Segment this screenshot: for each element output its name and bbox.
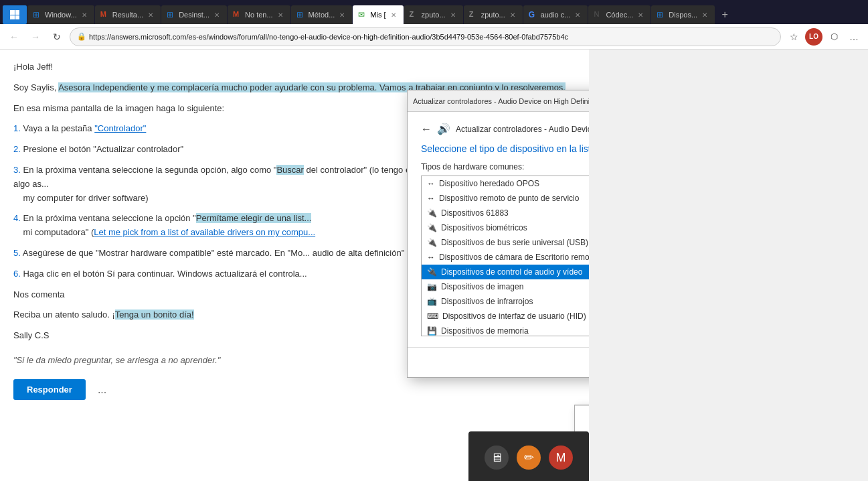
forward-button[interactable]: →	[27, 28, 44, 46]
back-button[interactable]: ←	[5, 28, 23, 46]
extensions-icon[interactable]: ⬡	[825, 28, 843, 46]
tab-close-notengo[interactable]: ✕	[276, 10, 285, 19]
device-label-3: Dispositivos biométricos	[441, 223, 527, 232]
device-item-6[interactable]: 🔌 Dispositivos de control de audio y víd…	[422, 265, 589, 279]
tab-dispos[interactable]: ⊞ Dispos... ✕	[651, 5, 715, 24]
step-1-text: Vaya a la pestaña "Controlador"	[23, 123, 146, 133]
tab-label-dispos: Dispos...	[669, 11, 697, 19]
windows-start-button[interactable]	[3, 5, 27, 24]
tab-close-zputo2[interactable]: ✕	[508, 10, 517, 19]
tab-favicon-misma: ✉	[358, 10, 367, 19]
tab-favicon-notengo: M	[233, 10, 242, 19]
tab-close-resulta[interactable]: ✕	[146, 10, 155, 19]
tab-label-resulta: Resulta...	[112, 11, 143, 19]
tab-metod[interactable]: ⊞ Métod... ✕	[291, 5, 353, 24]
tab-label-desinst: Desinst...	[179, 11, 209, 19]
address-bar-row: ← → ↻ 🔒 https://answers.microsoft.com/es…	[0, 24, 868, 50]
device-icon-10: 💾	[427, 326, 437, 336]
tab-close-audio[interactable]: ✕	[573, 10, 582, 19]
device-label-0: Dispositivo heredado OPOS	[439, 179, 539, 188]
step-1-num: 1.	[13, 123, 21, 133]
tab-notengo[interactable]: M No ten... ✕	[228, 5, 290, 24]
tab-favicon-desinst: ⊞	[167, 10, 176, 19]
new-tab-button[interactable]: +	[715, 5, 734, 24]
tab-close-windows[interactable]: ✕	[80, 10, 89, 19]
reload-button[interactable]: ↻	[48, 28, 66, 46]
props-dialog-footer: Aceptar Cancelar	[575, 405, 589, 433]
update-drivers-dialog: Actualizar controladores - Audio Device …	[407, 90, 589, 378]
address-box[interactable]: 🔒 https://answers.microsoft.com/es-es/wi…	[70, 27, 781, 46]
address-text: https://answers.microsoft.com/es-es/wind…	[89, 33, 774, 41]
tab-zputo1[interactable]: Z zputo... ✕	[404, 5, 463, 24]
device-item-3[interactable]: 🔌 Dispositivos biométricos	[422, 220, 589, 235]
device-icon-2: 🔌	[427, 208, 437, 218]
main-area: ¡Hola Jeff! Soy Saylis, Asesora Independ…	[0, 50, 868, 481]
device-item-9[interactable]: ⌨ Dispositivos de interfaz de usuario (H…	[422, 309, 589, 324]
dialog-back-row: ← 🔊 Actualizar controladores - Audio Dev…	[421, 123, 589, 135]
tab-close-dispos[interactable]: ✕	[700, 10, 709, 19]
device-item-8[interactable]: 📺 Dispositivos de infrarrojos	[422, 294, 589, 309]
tab-favicon-codec: N	[594, 10, 603, 19]
step-1-link[interactable]: "Controlador"	[94, 123, 146, 133]
device-item-7[interactable]: 📷 Dispositivos de imagen	[422, 279, 589, 294]
device-icon-3: 🔌	[427, 223, 437, 232]
toolbar-icons: ☆ LO ⬡ …	[785, 28, 863, 46]
tab-close-codec[interactable]: ✕	[636, 10, 645, 19]
device-item-2[interactable]: 🔌 Dispositivos 61883	[422, 206, 589, 220]
tab-favicon-windows: ⊞	[33, 10, 42, 19]
tray-icon-monitor[interactable]: 🖥	[485, 445, 509, 470]
step-4-num: 4.	[13, 213, 21, 223]
system-tray-popup: 🖥 ✏ M	[468, 431, 589, 481]
tab-windows[interactable]: ⊞ Window... ✕	[27, 5, 94, 24]
tab-label-codec: Códec...	[606, 11, 633, 19]
tab-desinst[interactable]: ⊞ Desinst... ✕	[161, 5, 227, 24]
device-label-4: Dispositivos de bus serie universal (USB…	[441, 238, 588, 247]
back-arrow-icon[interactable]: ←	[421, 123, 432, 135]
tab-codec[interactable]: N Códec... ✕	[588, 5, 650, 24]
tab-label-zputo1: zputo...	[422, 11, 446, 19]
saludo-highlight: Tenga un bonito día!	[115, 310, 194, 320]
device-list[interactable]: ↔ Dispositivo heredado OPOS ↔ Dispositiv…	[422, 176, 589, 336]
step-6-text: Haga clic en el botón Sí para continuar.…	[23, 269, 307, 279]
settings-icon[interactable]: …	[845, 28, 863, 46]
device-item-0[interactable]: ↔ Dispositivo heredado OPOS	[422, 176, 589, 191]
step-5-num: 5.	[13, 248, 21, 258]
driver-device-icon: 🔊	[437, 123, 450, 135]
device-item-5[interactable]: ↔ Dispositivos de cámara de Escritorio r…	[422, 250, 589, 265]
tab-favicon-resulta: M	[100, 10, 110, 19]
tab-close-zputo1[interactable]: ✕	[448, 10, 458, 19]
favorites-icon[interactable]: ☆	[785, 28, 802, 46]
tab-favicon-zputo2: Z	[469, 10, 479, 19]
tab-favicon-zputo1: Z	[410, 10, 419, 19]
tab-close-desinst[interactable]: ✕	[212, 10, 222, 19]
dialog-footer: Siguiente Cancelar	[408, 347, 589, 377]
tab-resulta[interactable]: M Resulta... ✕	[95, 5, 161, 24]
dialog-body: ← 🔊 Actualizar controladores - Audio Dev…	[408, 112, 589, 347]
device-label-6: Dispositivos de control de audio y vídeo	[441, 267, 582, 277]
device-item-4[interactable]: 🔌 Dispositivos de bus serie universal (U…	[422, 235, 589, 250]
tab-audio[interactable]: G audio c... ✕	[523, 5, 588, 24]
tray-icon-pen[interactable]: ✏	[517, 445, 541, 470]
step-2-text: Presione el botón "Actualizar controlado…	[23, 144, 183, 154]
tray-icon-mail[interactable]: M	[549, 445, 573, 470]
device-item-10[interactable]: 💾 Dispositivos de memoria	[422, 324, 589, 336]
dialog-title: Actualizar controladores - Audio Device …	[413, 97, 589, 105]
device-icon-6: 🔌	[427, 267, 437, 277]
tab-close-misma[interactable]: ✕	[389, 10, 398, 19]
step-4-highlight: Permítame elegir de una list...	[196, 213, 312, 223]
device-item-1[interactable]: ↔ Dispositivo remoto de punto de servici…	[422, 191, 589, 206]
device-label-5: Dispositivos de cámara de Escritorio rem…	[439, 253, 589, 262]
more-options-button[interactable]: ...	[92, 379, 112, 401]
tab-misma[interactable]: ✉ Mis [ ✕	[353, 5, 403, 24]
tab-favicon-dispos: ⊞	[657, 10, 666, 19]
respond-button[interactable]: Responder	[13, 379, 86, 400]
step-2-num: 2.	[13, 144, 21, 154]
tab-zputo2[interactable]: Z zputo... ✕	[464, 5, 523, 24]
device-label-2: Dispositivos 61883	[441, 208, 509, 218]
ssl-lock-icon: 🔒	[77, 32, 86, 41]
web-content: ¡Hola Jeff! Soy Saylis, Asesora Independ…	[0, 50, 589, 481]
tab-close-metod[interactable]: ✕	[337, 10, 347, 19]
device-icon-9: ⌨	[427, 312, 438, 321]
profile-badge[interactable]: LO	[805, 28, 822, 46]
step-4-link[interactable]: Let me pick from a list of available dri…	[94, 227, 315, 237]
